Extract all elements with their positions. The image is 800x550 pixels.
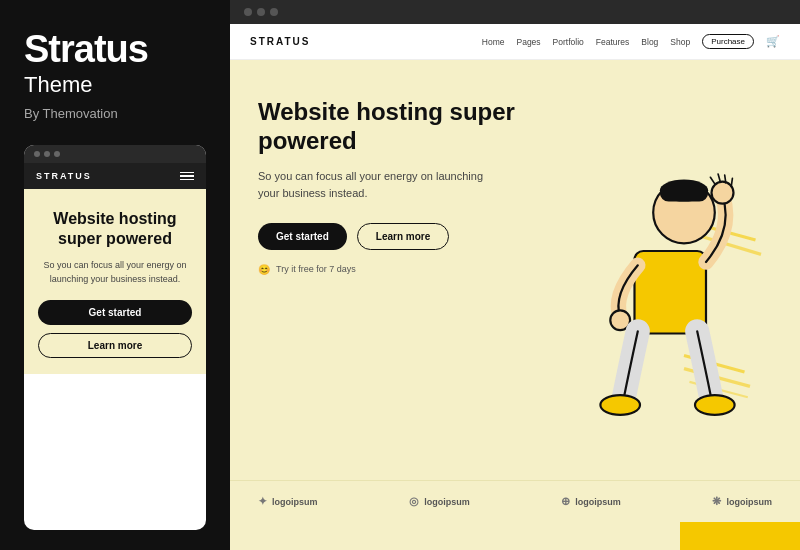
- mobile-learn-more-button[interactable]: Learn more: [38, 333, 192, 358]
- desktop-nav: STRATUS Home Pages Portfolio Features Bl…: [230, 24, 800, 60]
- logo-item-1: ✦ logoipsum: [258, 495, 318, 508]
- svg-line-12: [725, 175, 726, 183]
- desktop-learn-more-button[interactable]: Learn more: [357, 223, 449, 250]
- logo-icon-2: ◎: [409, 495, 419, 508]
- hero-figure-svg: [552, 88, 772, 480]
- svg-line-10: [710, 177, 714, 184]
- nav-link-features[interactable]: Features: [596, 37, 630, 47]
- desktop-logos-row: ✦ logoipsum ◎ logoipsum ⊕ logoipsum ❋ lo…: [230, 480, 800, 522]
- logo-icon-3: ⊕: [561, 495, 570, 508]
- nav-cart-icon[interactable]: 🛒: [766, 35, 780, 48]
- mobile-dot-1: [34, 151, 40, 157]
- trial-emoji-icon: 😊: [258, 264, 270, 275]
- nav-link-pages[interactable]: Pages: [516, 37, 540, 47]
- nav-link-shop[interactable]: Shop: [670, 37, 690, 47]
- logo-item-2: ◎ logoipsum: [409, 495, 470, 508]
- desktop-dot-2: [257, 8, 265, 16]
- desktop-browser-bar: [230, 0, 800, 24]
- mobile-hero-desc: So you can focus all your energy on laun…: [38, 259, 192, 286]
- svg-point-9: [712, 182, 734, 204]
- bottom-right-yellow: [680, 522, 800, 550]
- svg-rect-8: [660, 184, 708, 202]
- mobile-dot-3: [54, 151, 60, 157]
- desktop-nav-logo: STRATUS: [250, 36, 310, 47]
- bottom-left: [230, 522, 680, 550]
- desktop-hero-illustration: [552, 88, 772, 480]
- svg-line-11: [718, 174, 720, 182]
- brand-subtitle: Theme: [24, 72, 206, 98]
- mobile-mockup: STRATUS Website hosting super powered So…: [24, 145, 206, 530]
- desktop-hero-left: Website hosting super powered So you can…: [258, 88, 552, 480]
- desktop-hero-title: Website hosting super powered: [258, 98, 518, 156]
- right-panel: STRATUS Home Pages Portfolio Features Bl…: [230, 0, 800, 550]
- mobile-dot-2: [44, 151, 50, 157]
- desktop-hero-desc: So you can focus all your energy on laun…: [258, 168, 488, 203]
- desktop-hero: Website hosting super powered So you can…: [230, 60, 800, 480]
- nav-purchase-button[interactable]: Purchase: [702, 34, 754, 49]
- mobile-hero-title: Website hosting super powered: [38, 209, 192, 249]
- logo-icon-1: ✦: [258, 495, 267, 508]
- desktop-get-started-button[interactable]: Get started: [258, 223, 347, 250]
- logo-text-2: logoipsum: [424, 497, 470, 507]
- logo-text-3: logoipsum: [575, 497, 621, 507]
- nav-link-portfolio[interactable]: Portfolio: [553, 37, 584, 47]
- mobile-hamburger-icon[interactable]: [180, 172, 194, 181]
- logo-item-4: ❋ logoipsum: [712, 495, 772, 508]
- mobile-nav-logo: STRATUS: [36, 171, 92, 181]
- left-panel: Stratus Theme By Themovation STRATUS Web…: [0, 0, 230, 550]
- mobile-hero-section: Website hosting super powered So you can…: [24, 189, 206, 374]
- brand-title: Stratus: [24, 30, 206, 68]
- brand-by: By Themovation: [24, 106, 206, 121]
- trial-text: Try it free for 7 days: [276, 264, 356, 274]
- nav-link-blog[interactable]: Blog: [641, 37, 658, 47]
- desktop-mockup: STRATUS Home Pages Portfolio Features Bl…: [230, 24, 800, 550]
- logo-text-4: logoipsum: [726, 497, 772, 507]
- desktop-hero-buttons: Get started Learn more: [258, 223, 552, 250]
- svg-line-13: [731, 178, 732, 186]
- nav-link-home[interactable]: Home: [482, 37, 505, 47]
- mobile-browser-bar: [24, 145, 206, 163]
- mobile-get-started-button[interactable]: Get started: [38, 300, 192, 325]
- svg-point-15: [600, 395, 640, 415]
- logo-text-1: logoipsum: [272, 497, 318, 507]
- mobile-nav: STRATUS: [24, 163, 206, 189]
- desktop-trial: 😊 Try it free for 7 days: [258, 264, 552, 275]
- desktop-bottom-strip: [230, 522, 800, 550]
- desktop-dot-3: [270, 8, 278, 16]
- logo-item-3: ⊕ logoipsum: [561, 495, 621, 508]
- logo-icon-4: ❋: [712, 495, 721, 508]
- svg-point-16: [695, 395, 735, 415]
- desktop-dot-1: [244, 8, 252, 16]
- desktop-nav-links: Home Pages Portfolio Features Blog Shop …: [482, 34, 780, 49]
